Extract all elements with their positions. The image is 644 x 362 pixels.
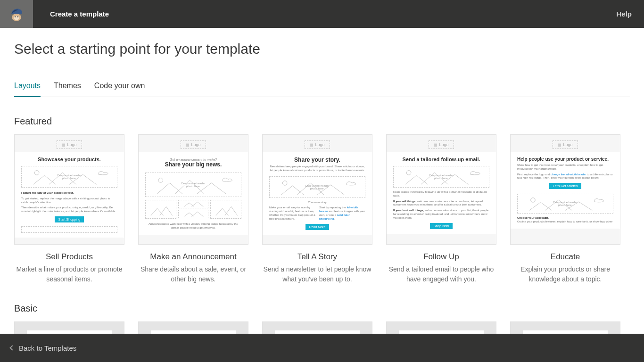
template-preview xyxy=(510,321,620,334)
mailchimp-icon xyxy=(8,6,25,23)
preview-pretext: Got an announcement to make? xyxy=(145,158,241,161)
page-context-title: Create a template xyxy=(50,10,109,18)
card-title: Sell Products xyxy=(14,252,124,262)
section-title-featured: Featured xyxy=(14,116,630,127)
template-card-make-announcement[interactable]: Logo Got an announcement to make? Share … xyxy=(138,134,248,284)
preview-copy: Start by replacing the full-width header… xyxy=(319,206,365,221)
featured-row: Logo Showcase your products. Drop a nice… xyxy=(14,134,630,284)
template-card-basic-5[interactable] xyxy=(510,321,620,334)
card-title: Follow Up xyxy=(386,252,496,262)
svg-point-9 xyxy=(531,198,536,203)
template-card-basic-2[interactable] xyxy=(138,321,248,334)
tab-code-your-own[interactable]: Code your own xyxy=(94,82,145,97)
preview-subhead: Feature the star of your collection firs… xyxy=(21,191,74,194)
svg-point-5 xyxy=(34,171,39,175)
preview-copy: Make your email easy to scan by starting… xyxy=(269,206,315,221)
tab-themes[interactable]: Themes xyxy=(54,82,81,97)
preview-button: Start Shopping xyxy=(55,216,84,222)
image-placeholder xyxy=(145,200,176,219)
card-title: Educate xyxy=(510,252,620,262)
chevron-left-icon xyxy=(9,345,15,350)
logo-placeholder: Logo xyxy=(57,140,82,149)
template-card-basic-4[interactable] xyxy=(386,321,496,334)
template-preview: Logo Showcase your products. Drop a nice… xyxy=(14,134,124,245)
image-placeholder: Drop a nice headerphoto here. xyxy=(517,194,613,214)
preview-copy: Then describe what makes your product un… xyxy=(21,206,117,214)
svg-point-6 xyxy=(158,178,163,183)
back-label: Back to Templates xyxy=(19,344,76,352)
template-card-educate[interactable]: Logo Help people use your product or ser… xyxy=(510,134,620,284)
preview-copy: Newsletters keep people engaged with you… xyxy=(269,165,365,173)
main-content: Select a starting point for your templat… xyxy=(0,28,644,334)
section-title-basic: Basic xyxy=(14,303,630,314)
logo-placeholder: Logo xyxy=(429,140,454,149)
top-bar: Create a template Help xyxy=(0,0,644,28)
svg-point-2 xyxy=(15,16,16,17)
template-preview: Logo Send a tailored follow-up email. Dr… xyxy=(386,134,496,245)
image-placeholder xyxy=(178,200,208,208)
template-card-sell-products[interactable]: Logo Showcase your products. Drop a nice… xyxy=(14,134,124,284)
help-link[interactable]: Help xyxy=(616,10,632,18)
card-title: Tell A Story xyxy=(262,252,372,262)
preview-copy: Outline your product's features, explain… xyxy=(517,220,613,224)
image-placeholder xyxy=(178,210,208,218)
template-card-tell-story[interactable]: Logo Share your story. Newsletters keep … xyxy=(262,134,372,284)
template-preview xyxy=(386,321,496,334)
svg-point-7 xyxy=(282,181,287,185)
preview-headline: Send a tailored follow-up email. xyxy=(393,156,489,162)
image-placeholder: Drop a nice headerphoto here. xyxy=(21,166,117,188)
svg-point-1 xyxy=(14,16,19,20)
preview-copy: To get started, replace the image above … xyxy=(21,197,117,205)
preview-footer-title: Choose your approach. xyxy=(517,216,549,219)
tab-layouts[interactable]: Layouts xyxy=(14,82,41,97)
preview-copy: Keep people invested by following up wit… xyxy=(393,190,489,198)
preview-copy: If you don't sell things, welcome new su… xyxy=(393,209,489,220)
preview-copy: Show how to get the most out of your pro… xyxy=(517,164,613,171)
template-card-basic-1[interactable] xyxy=(14,321,124,334)
logo-placeholder: Logo xyxy=(181,140,206,149)
preview-button: Let's Get Started xyxy=(549,183,581,189)
template-card-follow-up[interactable]: Logo Send a tailored follow-up email. Dr… xyxy=(386,134,496,284)
image-placeholder: Drop a nice headerphoto here. xyxy=(145,173,241,197)
image-placeholder: Drop a nice headerphoto here. xyxy=(269,176,365,198)
back-to-templates-link[interactable]: Back to Templates xyxy=(10,344,76,352)
svg-point-3 xyxy=(17,16,18,17)
image-placeholder: Drop a nice headerphoto here. xyxy=(393,166,489,188)
template-preview: Logo Help people use your product or ser… xyxy=(510,134,620,245)
preview-copy: First, replace the logo and change the f… xyxy=(517,173,613,181)
preview-copy: Announcements work best with a visually … xyxy=(145,222,241,230)
basic-row xyxy=(14,321,630,334)
page-heading: Select a starting point for your templat… xyxy=(14,41,630,57)
preview-headline: Showcase your products. xyxy=(21,156,117,162)
logo-placeholder: Logo xyxy=(305,140,330,149)
template-card-basic-3[interactable] xyxy=(262,321,372,334)
card-title: Make an Announcement xyxy=(138,252,248,262)
template-preview xyxy=(262,321,372,334)
template-preview: Logo Share your story. Newsletters keep … xyxy=(262,134,372,245)
card-desc: Explain your products or share knowledge… xyxy=(510,264,620,284)
svg-point-8 xyxy=(406,171,411,175)
card-desc: Send a tailored email to people who have… xyxy=(386,264,496,284)
preview-section-title: The main story xyxy=(269,201,365,205)
preview-button: Shop Now xyxy=(430,223,453,229)
tabs: Layouts Themes Code your own xyxy=(14,82,630,97)
preview-headline: Share your big news. xyxy=(145,161,241,168)
image-placeholder xyxy=(210,200,241,219)
card-desc: Market a line of products or promote sea… xyxy=(14,264,124,284)
top-bar-left: Create a template xyxy=(0,0,109,28)
preview-copy: If you sell things, welcome new customer… xyxy=(393,200,489,207)
template-preview: Logo Got an announcement to make? Share … xyxy=(138,134,248,245)
template-preview xyxy=(138,321,248,334)
card-desc: Send a newsletter to let people know wha… xyxy=(262,264,372,284)
preview-headline: Help people use your product or service. xyxy=(517,156,613,162)
main-scroll[interactable]: Select a starting point for your templat… xyxy=(0,28,644,334)
preview-button: Read More xyxy=(305,224,330,230)
card-desc: Share details about a sale, event, or ot… xyxy=(138,264,248,284)
image-placeholder xyxy=(21,226,117,233)
bottom-bar: Back to Templates xyxy=(0,334,644,362)
preview-headline: Share your story. xyxy=(269,156,365,163)
logo-placeholder: Logo xyxy=(553,140,578,149)
brand-logo[interactable] xyxy=(0,0,33,28)
template-preview xyxy=(14,321,124,334)
svg-point-4 xyxy=(18,10,21,13)
